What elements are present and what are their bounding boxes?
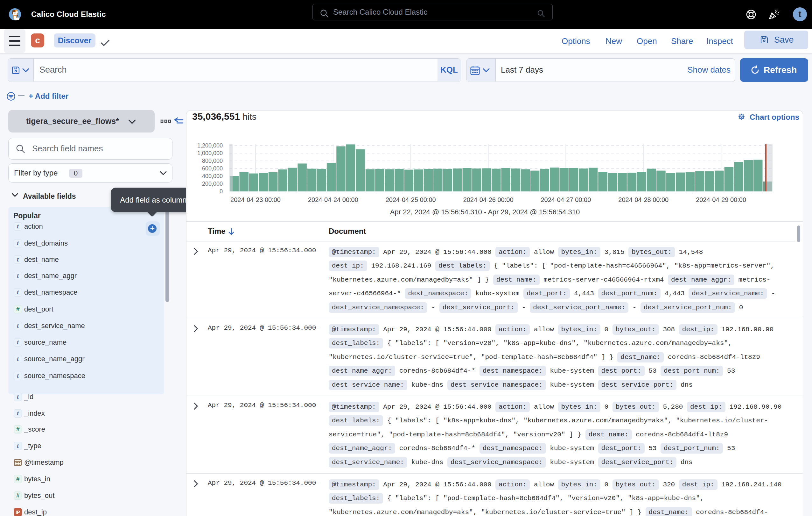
svg-text:2024-04-29 00:00: 2024-04-29 00:00 (696, 196, 746, 203)
svg-text:600,000: 600,000 (202, 165, 223, 172)
svg-text:2024-04-27 00:00: 2024-04-27 00:00 (541, 196, 591, 203)
svg-text:2024-04-24 00:00: 2024-04-24 00:00 (308, 196, 358, 203)
svg-text:400,000: 400,000 (202, 173, 223, 179)
svg-text:Apr 22, 2024 @ 15:56:54.310 -: Apr 22, 2024 @ 15:56:54.310 - Apr 29, 20… (390, 208, 580, 216)
svg-text:1,000,000: 1,000,000 (197, 150, 223, 156)
svg-text:2024-04-23 00:00: 2024-04-23 00:00 (230, 196, 281, 203)
svg-text:200,000: 200,000 (202, 181, 223, 187)
svg-text:2024-04-25 00:00: 2024-04-25 00:00 (386, 196, 436, 203)
svg-text:1,200,000: 1,200,000 (197, 142, 223, 149)
svg-text:0: 0 (220, 188, 223, 195)
svg-text:2024-04-28 00:00: 2024-04-28 00:00 (618, 196, 668, 203)
svg-text:2024-04-26 00:00: 2024-04-26 00:00 (463, 196, 514, 203)
svg-text:800,000: 800,000 (202, 158, 223, 164)
